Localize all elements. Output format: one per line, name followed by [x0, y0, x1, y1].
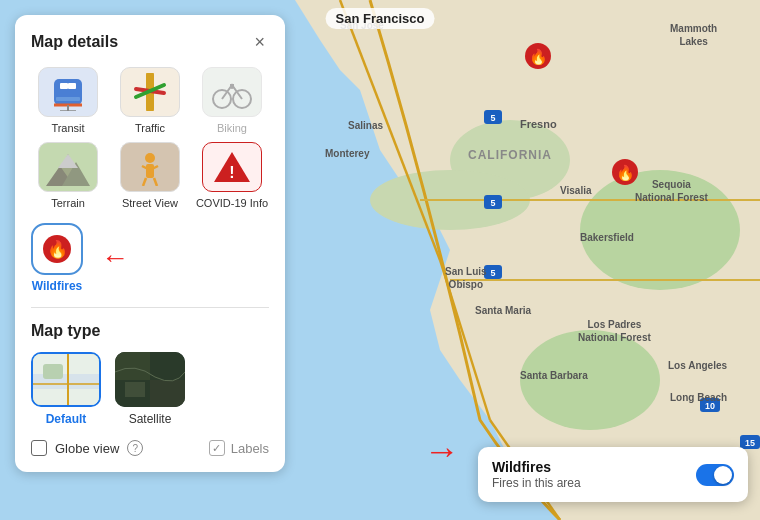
map-label-santabarbara: Santa Barbara — [520, 370, 588, 381]
globe-checkbox[interactable] — [31, 440, 47, 456]
map-label-visalia: Visalia — [560, 185, 592, 196]
fire-marker-2: 🔥 — [611, 158, 639, 192]
streetview-icon — [120, 142, 180, 192]
labels-checkmark: ✓ — [212, 442, 221, 455]
terrain-label: Terrain — [51, 197, 85, 209]
map-type-default[interactable]: Default — [31, 352, 101, 426]
covid-label: COVID-19 Info — [196, 197, 268, 209]
default-map-label: Default — [46, 412, 87, 426]
transit-label: Transit — [51, 122, 84, 134]
svg-rect-62 — [150, 380, 185, 407]
satellite-map-icon — [115, 352, 185, 407]
wildfires-button[interactable]: 🔥 — [31, 223, 83, 275]
wildfires-row: 🔥 Wildfires ← — [31, 223, 269, 293]
svg-rect-61 — [115, 352, 150, 380]
map-label-santamaria: Santa Maria — [475, 305, 531, 316]
svg-rect-63 — [125, 382, 145, 397]
globe-row: Globe view ? — [31, 440, 143, 456]
globe-label: Globe view — [55, 441, 119, 456]
map-label-fresno: Fresno — [520, 118, 557, 130]
map-label-bakersfield: Bakersfield — [580, 232, 634, 243]
svg-point-40 — [230, 85, 234, 89]
svg-text:5: 5 — [490, 113, 495, 123]
map-option-transit[interactable]: Transit — [31, 67, 105, 134]
map-option-covid[interactable]: ! COVID-19 Info — [195, 142, 269, 209]
map-options-grid: Transit Traffic — [31, 67, 269, 209]
map-label-lospadres: Los PadresNational Forest — [578, 318, 651, 344]
card-arrow-icon: → — [424, 430, 460, 472]
globe-labels-container: Globe view ? ✓ Labels — [31, 440, 269, 456]
map-label-salinas: Salinas — [348, 120, 383, 131]
map-details-panel: Map details × Transit — [15, 15, 285, 472]
card-text: Wildfires Fires in this area — [492, 459, 686, 490]
svg-rect-31 — [56, 97, 80, 101]
divider — [31, 307, 269, 308]
labels-checkbox[interactable]: ✓ — [209, 440, 225, 456]
map-option-terrain[interactable]: Terrain — [31, 142, 105, 209]
wildfire-toggle[interactable] — [696, 464, 734, 486]
labels-row: ✓ Labels — [209, 440, 269, 456]
wildfires-label: Wildfires — [32, 279, 83, 293]
map-option-biking[interactable]: Biking — [195, 67, 269, 134]
svg-text:🔥: 🔥 — [47, 239, 69, 260]
map-type-grid: Default Satellite — [31, 352, 269, 426]
map-label-longbeach: Long Beach — [670, 392, 727, 403]
map-option-traffic[interactable]: Traffic — [113, 67, 187, 134]
svg-text:5: 5 — [490, 198, 495, 208]
svg-line-49 — [143, 178, 146, 186]
svg-rect-59 — [43, 364, 63, 379]
map-label-monterey: Monterey — [325, 148, 369, 159]
streetview-label: Street View — [122, 197, 178, 209]
svg-text:🔥: 🔥 — [616, 164, 635, 182]
panel-arrow-icon: ← — [101, 242, 129, 274]
terrain-icon — [38, 142, 98, 192]
svg-line-50 — [154, 178, 157, 186]
svg-rect-46 — [146, 164, 154, 178]
svg-text:!: ! — [229, 164, 234, 181]
map-label-california: CALIFORNIA — [468, 148, 552, 162]
labels-label: Labels — [231, 441, 269, 456]
svg-text:5: 5 — [490, 268, 495, 278]
traffic-label: Traffic — [135, 122, 165, 134]
default-map-icon — [31, 352, 101, 407]
fire-marker-1: 🔥 — [524, 42, 552, 76]
panel-header: Map details × — [31, 31, 269, 53]
svg-point-45 — [145, 153, 155, 163]
svg-rect-28 — [54, 79, 82, 105]
svg-marker-44 — [58, 154, 78, 168]
covid-icon: ! — [202, 142, 262, 192]
wildfire-card: Wildfires Fires in this area — [478, 447, 748, 502]
map-option-streetview[interactable]: Street View — [113, 142, 187, 209]
map-label-sequoia: SequoiaNational Forest — [635, 178, 708, 204]
svg-rect-29 — [60, 83, 68, 89]
map-header: San Francisco — [326, 8, 435, 29]
card-subtitle: Fires in this area — [492, 476, 686, 490]
biking-label: Biking — [217, 122, 247, 134]
svg-text:15: 15 — [745, 438, 755, 448]
map-label-losangeles: Los Angeles — [668, 360, 727, 371]
map-label-mammoth: MammothLakes — [670, 22, 717, 48]
card-title: Wildfires — [492, 459, 686, 475]
close-button[interactable]: × — [250, 31, 269, 53]
svg-point-39 — [233, 90, 251, 108]
wildfires-col: 🔥 Wildfires — [31, 223, 83, 293]
map-type-satellite[interactable]: Satellite — [115, 352, 185, 426]
svg-rect-30 — [68, 83, 76, 89]
map-label-sanluisobispo: San LuisObispo — [445, 265, 487, 291]
traffic-icon — [120, 67, 180, 117]
biking-icon — [202, 67, 262, 117]
globe-info-icon[interactable]: ? — [127, 440, 143, 456]
svg-text:🔥: 🔥 — [529, 48, 548, 66]
panel-title: Map details — [31, 33, 118, 51]
map-type-title: Map type — [31, 322, 269, 340]
transit-icon — [38, 67, 98, 117]
satellite-map-label: Satellite — [129, 412, 172, 426]
